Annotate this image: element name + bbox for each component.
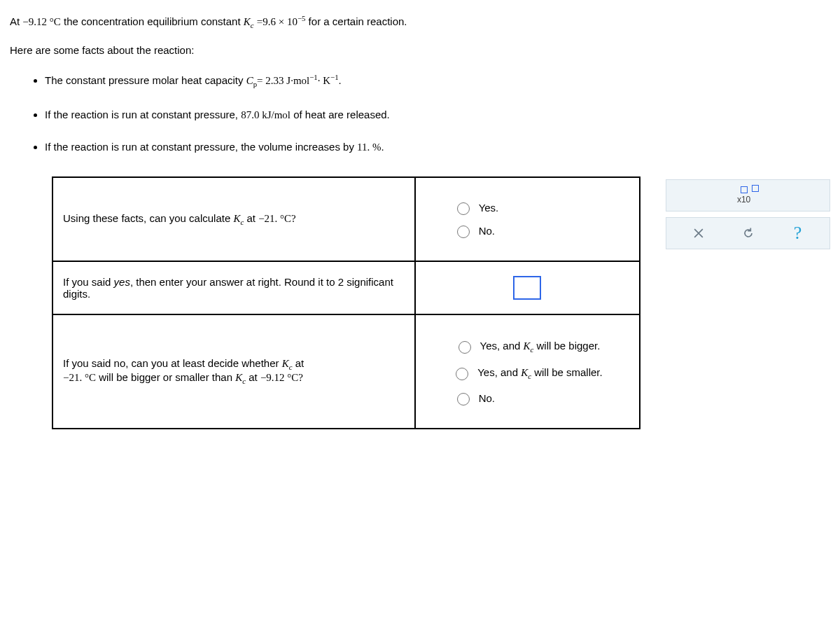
x-icon [692, 226, 706, 240]
q1-prompt: Using these facts, can you calculate Kc … [52, 177, 415, 261]
sci-x10-label: x10 [737, 195, 750, 204]
intro-line-1-tail: for a certain reaction. [305, 15, 407, 27]
intro-line-1: At −9.12 °C the concentration equilibriu… [10, 13, 830, 32]
fact-2: If the reaction is run at constant press… [45, 106, 830, 123]
facts-list: The constant pressure molar heat capacit… [45, 71, 830, 155]
tool-row: ? [666, 217, 830, 249]
q1-answer-cell: Yes. No. [415, 177, 640, 261]
tool-panel: x10 ? [666, 179, 830, 249]
q2-prompt: If you said yes, then enter your answer … [52, 261, 415, 314]
reset-button[interactable] [738, 223, 758, 243]
q3-answer-cell: Yes, and Kc will be bigger. Yes, and Kc … [415, 314, 640, 429]
q2-answer-input[interactable] [513, 276, 541, 300]
sci-exp-icon [752, 185, 759, 192]
q3-smaller-label: Yes, and Kc will be smaller. [477, 364, 603, 382]
undo-icon [741, 226, 755, 240]
q1-no-label: No. [479, 225, 495, 237]
q3-prompt: If you said no, can you at least decide … [52, 314, 415, 429]
q3-radio-no[interactable] [457, 393, 470, 405]
fact-3: If the reaction is run at constant press… [45, 139, 830, 155]
q1-yes-label: Yes. [479, 202, 499, 214]
help-button[interactable]: ? [788, 223, 808, 243]
sci-notation-button[interactable]: x10 [666, 179, 830, 212]
q3-no-label: No. [479, 392, 495, 404]
q3-radio-smaller[interactable] [456, 368, 468, 380]
q3-radio-bigger[interactable] [458, 341, 471, 354]
facts-heading: Here are some facts about the reaction: [10, 44, 830, 56]
fact-1: The constant pressure molar heat capacit… [45, 71, 830, 90]
q1-radio-no[interactable] [457, 226, 470, 238]
question-table: Using these facts, can you calculate Kc … [52, 176, 640, 430]
q2-answer-cell [415, 261, 640, 314]
q3-bigger-label: Yes, and Kc will be bigger. [480, 338, 601, 356]
question-icon: ? [794, 223, 802, 244]
sci-box-icon [741, 186, 748, 193]
clear-button[interactable] [689, 223, 708, 243]
q1-radio-yes[interactable] [457, 202, 470, 215]
